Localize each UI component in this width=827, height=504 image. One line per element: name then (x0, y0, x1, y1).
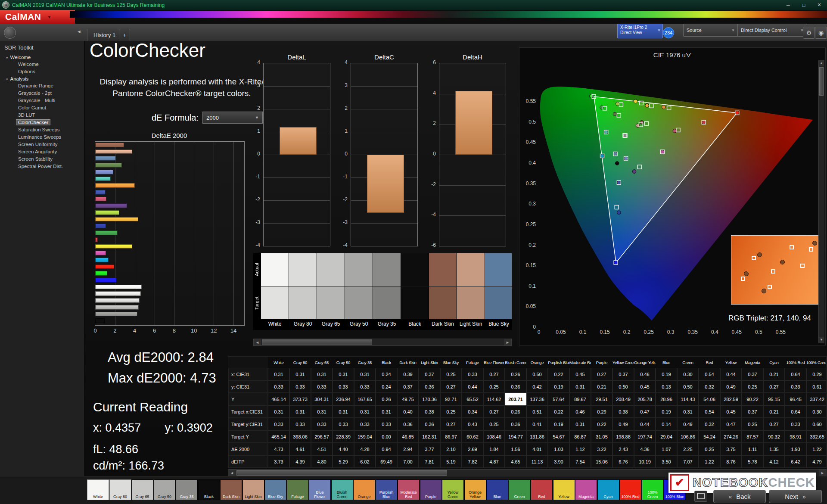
sidebar-item-label: Screen Stability (16, 156, 54, 162)
patch-button-blue-flower[interactable]: Blue Flower (309, 479, 331, 500)
sidebar-item-options[interactable]: Options (0, 68, 84, 75)
scroll-down-icon[interactable]: ▼ (819, 337, 824, 343)
y-tick-label: -2 (339, 196, 348, 202)
meter-status-icon[interactable] (4, 27, 16, 39)
gridline (439, 215, 506, 216)
patch-button-green[interactable]: Green (509, 479, 531, 500)
sidebar-item-luminance-sweeps[interactable]: Luminance Sweeps (0, 134, 84, 141)
table-cell: 46.85 (397, 430, 419, 443)
sidebar-section-analysis[interactable]: ▾Analysis (0, 75, 84, 82)
table-scroll-thumb[interactable] (236, 470, 447, 476)
u-axis-label: 0.5 (752, 329, 765, 335)
patch-button-gray-50[interactable]: Gray 50 (154, 479, 176, 500)
patch-button-purple[interactable]: Purple (420, 479, 442, 500)
maximize-button[interactable]: □ (796, 0, 811, 10)
sidebar-item-screen-angularity[interactable]: Screen Angularity (0, 148, 84, 156)
meter-dropdown[interactable]: X-Rite i1Pro 2 Direct View ▼ (617, 24, 663, 38)
patch-label: White (261, 319, 289, 330)
sidebar-item-spectral-power-dist[interactable]: Spectral Power Dist. (0, 163, 84, 170)
back-label: Back (736, 493, 750, 500)
patch-button-yellow-green[interactable]: Yellow Green (442, 479, 464, 500)
sidebar-collapse-icon[interactable]: ◄ (77, 29, 81, 34)
table-cell: 0.26 (376, 393, 397, 405)
brand-row: CalMAN ▼ (0, 10, 827, 24)
scroll-right-icon[interactable]: ► (504, 339, 511, 345)
patch-button-red[interactable]: Red (531, 479, 553, 500)
patch-button-purplish-blue[interactable]: Purplish Blue (376, 479, 398, 500)
cie-scroll-thumb[interactable] (819, 67, 824, 96)
display-icon-button[interactable] (694, 491, 707, 502)
table-cell: 4.51 (311, 443, 333, 455)
table-cell: 0.22 (591, 418, 612, 430)
table-cell: 0.31 (289, 405, 311, 418)
table-cell: 0.37 (742, 405, 763, 418)
table-cell: 0.41 (526, 418, 548, 430)
source-dropdown[interactable]: Source ▼ (683, 24, 738, 37)
sidebar-item-welcome[interactable]: Welcome (0, 61, 84, 68)
table-cell: 15.06 (591, 455, 612, 468)
next-button[interactable]: Next » (769, 490, 822, 503)
scroll-up-icon[interactable]: ▲ (819, 60, 824, 66)
table-cell: 8.76 (720, 455, 742, 468)
swatch-scroll-thumb[interactable] (262, 339, 372, 345)
patch-button-magenta[interactable]: Magenta (575, 479, 597, 500)
sidebar-item-grayscale-2pt[interactable]: Grayscale - 2pt (0, 90, 84, 97)
minimize-button[interactable]: ─ (780, 0, 796, 10)
table-cell: 7.81 (419, 455, 440, 468)
inset-measured-point (780, 260, 785, 264)
gridline (264, 177, 330, 178)
patch-button-dark-skin[interactable]: Dark Skin (220, 479, 242, 500)
table-cell: 2.43 (612, 443, 634, 455)
actual-swatch (289, 253, 317, 286)
gridline (233, 142, 234, 325)
cie-vertical-scrollbar[interactable]: ▲ ▼ (818, 60, 824, 343)
power-button[interactable]: ◉ (815, 27, 827, 39)
sidebar-item-colorchecker[interactable]: ColorChecker (0, 119, 84, 126)
row-label-y-cie31: y: CIE31 (228, 380, 268, 393)
patch-button-gray-80[interactable]: Gray 80 (109, 479, 131, 500)
patch-button-gray-35[interactable]: Gray 35 (176, 479, 198, 500)
patch-button-orange[interactable]: Orange (353, 479, 375, 500)
sidebar-item-dynamic-range[interactable]: Dynamic Range (0, 82, 84, 90)
inset-target-point (752, 256, 756, 260)
sidebar-title: SDR Toolkit (0, 41, 84, 54)
add-tab-button[interactable]: + (119, 29, 130, 41)
patch-button-black[interactable]: Black (198, 479, 220, 500)
patch-button-light-skin[interactable]: Light Skin (243, 479, 264, 500)
patch-button-blue[interactable]: Blue (486, 479, 508, 500)
patch-button-moderate-red[interactable]: Moderate Red (398, 479, 420, 500)
scroll-left-icon[interactable]: ◄ (254, 339, 261, 345)
back-button[interactable]: « Back (713, 490, 766, 503)
sidebar-item-saturation-sweeps[interactable]: Saturation Sweeps (0, 126, 84, 134)
calman-logo-menu[interactable]: CalMAN ▼ (0, 10, 75, 24)
patch-button-yellow[interactable]: Yellow (553, 479, 575, 500)
patch-button-bluish-green[interactable]: Bluish Green (331, 479, 353, 500)
sidebar-section-welcome[interactable]: ▾Welcome (0, 54, 84, 61)
table-cell: 4.01 (526, 443, 548, 455)
patch-count-badge[interactable]: 234 (663, 27, 674, 38)
tab-history-1[interactable]: History 1 (87, 29, 122, 41)
table-cell: 137.36 (526, 393, 548, 405)
scroll-left-icon[interactable]: ◄ (228, 470, 236, 476)
patch-button-orange-yellow[interactable]: Orange Yellow (464, 479, 486, 500)
close-button[interactable]: ✕ (811, 0, 827, 10)
sidebar-item-3d-lut[interactable]: 3D LUT (0, 112, 84, 119)
patch-button-foliage[interactable]: Foliage (287, 479, 309, 500)
patch-button-white[interactable]: White (87, 479, 109, 500)
patch-button-100-red[interactable]: 100% Red (619, 479, 641, 500)
sidebar-item-color-gamut[interactable]: Color Gamut (0, 104, 84, 112)
swatch-scroll-track[interactable] (261, 339, 504, 345)
patch-button-blue-sky[interactable]: Blue Sky (264, 479, 286, 500)
table-cell: 0.27 (591, 368, 612, 380)
patch-button-cyan[interactable]: Cyan (597, 479, 619, 500)
sidebar-item-grayscale-multi[interactable]: Grayscale - Multi (0, 97, 84, 104)
display-control-dropdown[interactable]: Direct Display Control ▼ (737, 24, 807, 37)
table-cell: 3.50 (656, 455, 677, 468)
patch-button-100-green[interactable]: 100% Green (642, 479, 664, 500)
settings-button[interactable]: ⚙ (803, 27, 815, 39)
sidebar-item-screen-stability[interactable]: Screen Stability (0, 156, 84, 163)
patch-button-gray-65[interactable]: Gray 65 (131, 479, 153, 500)
scroll-right-icon[interactable]: ► (819, 470, 826, 476)
swatch-scrollbar[interactable]: ◄ ► (253, 339, 512, 346)
sidebar-item-screen-uniformity[interactable]: Screen Uniformity (0, 141, 84, 148)
